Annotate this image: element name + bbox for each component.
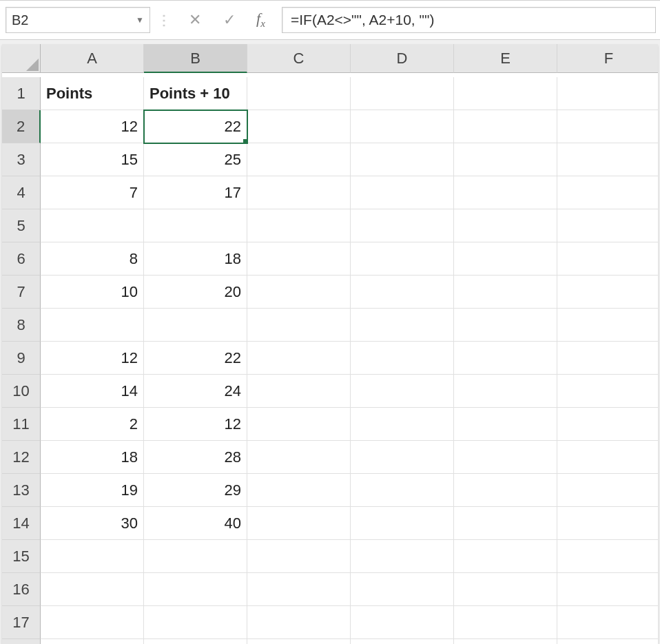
- cell-E16[interactable]: [454, 573, 557, 606]
- cell-A12[interactable]: 18: [41, 441, 144, 474]
- cell-A15[interactable]: [41, 540, 144, 573]
- row-header-8[interactable]: 8: [2, 309, 41, 342]
- cell-B9[interactable]: 22: [144, 342, 247, 375]
- cell-A17[interactable]: [41, 606, 144, 639]
- row-header-1[interactable]: 1: [2, 77, 41, 110]
- row-header-7[interactable]: 7: [2, 276, 41, 309]
- cell-A11[interactable]: 2: [41, 408, 144, 441]
- formula-input[interactable]: [291, 12, 647, 28]
- cell-C4[interactable]: [247, 176, 351, 209]
- cell-A5[interactable]: [41, 209, 144, 242]
- cell-D5[interactable]: [351, 209, 454, 242]
- cell-F15[interactable]: [557, 540, 658, 573]
- cell-B14[interactable]: 40: [144, 507, 247, 540]
- cell-A14[interactable]: 30: [41, 507, 144, 540]
- fx-icon[interactable]: fx: [256, 10, 265, 30]
- cell-A13[interactable]: 19: [41, 474, 144, 507]
- cell-A7[interactable]: 10: [41, 276, 144, 309]
- cell-B7[interactable]: 20: [144, 276, 247, 309]
- cell-E4[interactable]: [454, 176, 557, 209]
- cell-B6[interactable]: 18: [144, 242, 247, 276]
- cell-B8[interactable]: [144, 309, 247, 342]
- row-header-17[interactable]: 17: [2, 606, 41, 639]
- cell-C9[interactable]: [247, 342, 351, 375]
- cell-C3[interactable]: [247, 143, 351, 176]
- row-header-11[interactable]: 11: [2, 408, 41, 441]
- cell-C1[interactable]: [247, 77, 351, 110]
- cell-E1[interactable]: [454, 77, 557, 110]
- cell-D7[interactable]: [351, 276, 454, 309]
- cell-C16[interactable]: [247, 573, 351, 606]
- cell-B17[interactable]: [144, 606, 247, 639]
- column-header-B[interactable]: B: [144, 44, 247, 73]
- column-header-A[interactable]: A: [41, 44, 144, 73]
- row-header-10[interactable]: 10: [2, 375, 41, 408]
- row-header-13[interactable]: 13: [2, 474, 41, 507]
- cell-E17[interactable]: [454, 606, 557, 639]
- cell-C10[interactable]: [247, 375, 351, 408]
- cell-E2[interactable]: [454, 110, 557, 143]
- cell-A4[interactable]: 7: [41, 176, 144, 209]
- cell-B11[interactable]: 12: [144, 408, 247, 441]
- cell-B1[interactable]: Points + 10: [144, 77, 247, 110]
- cell-A18[interactable]: [41, 639, 144, 644]
- cell-D11[interactable]: [351, 408, 454, 441]
- cell-D4[interactable]: [351, 176, 454, 209]
- cell-B15[interactable]: [144, 540, 247, 573]
- cell-E8[interactable]: [454, 309, 557, 342]
- cell-C18[interactable]: [247, 639, 351, 644]
- cell-D1[interactable]: [351, 77, 454, 110]
- cell-E7[interactable]: [454, 276, 557, 309]
- column-header-F[interactable]: F: [557, 44, 658, 73]
- cell-F11[interactable]: [557, 408, 658, 441]
- cell-F18[interactable]: [557, 639, 658, 644]
- cell-E12[interactable]: [454, 441, 557, 474]
- cell-A8[interactable]: [41, 309, 144, 342]
- spreadsheet-grid[interactable]: ABCDEF1PointsPoints + 102122231525471756…: [2, 44, 658, 644]
- cell-F9[interactable]: [557, 342, 658, 375]
- cell-E13[interactable]: [454, 474, 557, 507]
- cell-B13[interactable]: 29: [144, 474, 247, 507]
- row-header-4[interactable]: 4: [2, 176, 41, 209]
- cell-F6[interactable]: [557, 242, 658, 276]
- column-header-C[interactable]: C: [247, 44, 351, 73]
- cell-F8[interactable]: [557, 309, 658, 342]
- row-header-16[interactable]: 16: [2, 573, 41, 606]
- cell-B2[interactable]: 22: [144, 110, 247, 143]
- cell-A1[interactable]: Points: [41, 77, 144, 110]
- cell-D10[interactable]: [351, 375, 454, 408]
- cell-D18[interactable]: [351, 639, 454, 644]
- cell-F4[interactable]: [557, 176, 658, 209]
- cell-D3[interactable]: [351, 143, 454, 176]
- cell-E10[interactable]: [454, 375, 557, 408]
- cell-F13[interactable]: [557, 474, 658, 507]
- row-header-12[interactable]: 12: [2, 441, 41, 474]
- enter-icon[interactable]: ✓: [222, 11, 237, 29]
- cell-C17[interactable]: [247, 606, 351, 639]
- cancel-icon[interactable]: ✕: [187, 11, 203, 29]
- cell-C11[interactable]: [247, 408, 351, 441]
- cell-A3[interactable]: 15: [41, 143, 144, 176]
- cell-E14[interactable]: [454, 507, 557, 540]
- cell-D16[interactable]: [351, 573, 454, 606]
- cell-D2[interactable]: [351, 110, 454, 143]
- cell-D8[interactable]: [351, 309, 454, 342]
- select-all-corner[interactable]: [2, 44, 41, 73]
- cell-D17[interactable]: [351, 606, 454, 639]
- cell-C2[interactable]: [247, 110, 351, 143]
- row-header-2[interactable]: 2: [2, 110, 41, 143]
- cell-B12[interactable]: 28: [144, 441, 247, 474]
- cell-F1[interactable]: [557, 77, 658, 110]
- cell-D9[interactable]: [351, 342, 454, 375]
- cell-E6[interactable]: [454, 242, 557, 276]
- cell-F10[interactable]: [557, 375, 658, 408]
- cell-B3[interactable]: 25: [144, 143, 247, 176]
- row-header-15[interactable]: 15: [2, 540, 41, 573]
- row-header-5[interactable]: 5: [2, 209, 41, 242]
- cell-E9[interactable]: [454, 342, 557, 375]
- row-header-14[interactable]: 14: [2, 507, 41, 540]
- row-header-9[interactable]: 9: [2, 342, 41, 375]
- row-header-3[interactable]: 3: [2, 143, 41, 176]
- cell-F3[interactable]: [557, 143, 658, 176]
- cell-A6[interactable]: 8: [41, 242, 144, 276]
